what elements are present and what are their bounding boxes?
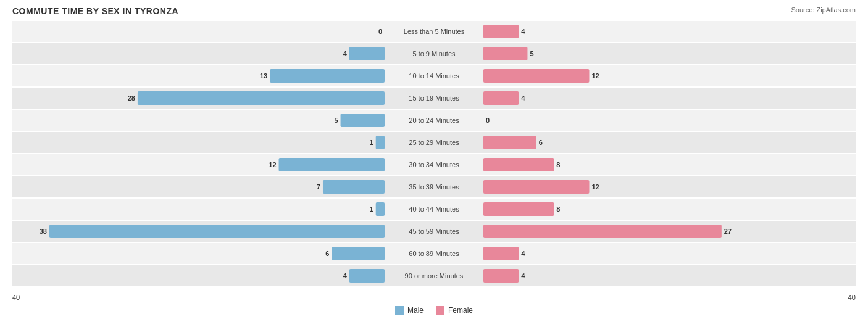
male-value: 7 bbox=[317, 183, 320, 191]
female-value: 8 bbox=[556, 205, 560, 213]
row-label: 15 to 19 Minutes bbox=[409, 94, 459, 102]
svg-rect-32 bbox=[349, 269, 385, 283]
chart-title: COMMUTE TIME BY SEX IN TYRONZA bbox=[12, 6, 856, 16]
svg-rect-24 bbox=[483, 202, 554, 216]
male-value: 5 bbox=[334, 117, 338, 124]
male-value: 12 bbox=[269, 161, 276, 168]
male-value: 28 bbox=[128, 94, 135, 102]
row-label: 45 to 59 Minutes bbox=[409, 228, 459, 235]
svg-rect-17 bbox=[279, 158, 385, 171]
male-value: 4 bbox=[343, 272, 348, 279]
row-label: 25 to 29 Minutes bbox=[409, 139, 459, 146]
svg-rect-29 bbox=[332, 247, 385, 260]
svg-rect-30 bbox=[483, 247, 519, 260]
male-value: 1 bbox=[370, 139, 373, 146]
male-value: 4 bbox=[343, 50, 348, 57]
female-value: 8 bbox=[556, 161, 560, 168]
row-label: 60 to 89 Minutes bbox=[409, 250, 459, 257]
male-value: 38 bbox=[40, 228, 47, 235]
row-label: 5 to 9 Minutes bbox=[412, 50, 456, 57]
female-legend-label: Female bbox=[448, 306, 473, 315]
row-label: 10 to 14 Minutes bbox=[409, 72, 459, 80]
row-label: 30 to 34 Minutes bbox=[409, 161, 459, 168]
svg-rect-7 bbox=[483, 69, 589, 83]
legend: Male Female bbox=[12, 306, 856, 315]
svg-rect-26 bbox=[49, 225, 385, 238]
male-value: 1 bbox=[370, 205, 373, 213]
svg-rect-6 bbox=[270, 69, 385, 83]
row-label: 35 to 39 Minutes bbox=[409, 183, 459, 191]
row-label: Less than 5 Minutes bbox=[404, 28, 465, 35]
female-legend-box bbox=[436, 306, 444, 315]
row-label: 20 to 24 Minutes bbox=[409, 117, 459, 124]
female-value: 6 bbox=[539, 139, 543, 146]
female-value: 12 bbox=[591, 72, 599, 80]
axis-right: 40 bbox=[848, 294, 856, 301]
svg-rect-21 bbox=[483, 180, 589, 194]
svg-rect-3 bbox=[349, 47, 385, 60]
svg-rect-23 bbox=[376, 202, 385, 216]
male-legend-label: Male bbox=[407, 306, 424, 315]
female-value: 12 bbox=[591, 183, 599, 191]
svg-rect-15 bbox=[483, 136, 536, 149]
chart-area: Less than 5 Minutes045 to 9 Minutes4510 … bbox=[12, 21, 856, 292]
female-value: 0 bbox=[486, 117, 490, 124]
legend-male: Male bbox=[395, 306, 424, 315]
svg-rect-12 bbox=[341, 114, 385, 127]
female-value: 4 bbox=[521, 28, 525, 35]
svg-rect-9 bbox=[138, 91, 385, 105]
female-value: 4 bbox=[521, 94, 525, 102]
svg-rect-20 bbox=[323, 180, 385, 194]
svg-rect-10 bbox=[483, 91, 519, 105]
source-text: Source: ZipAtlas.com bbox=[791, 6, 856, 14]
male-value: 6 bbox=[325, 250, 329, 257]
female-value: 5 bbox=[530, 50, 533, 57]
chart-svg: Less than 5 Minutes045 to 9 Minutes4510 … bbox=[12, 21, 856, 290]
female-value: 27 bbox=[724, 228, 732, 235]
row-label: 40 to 44 Minutes bbox=[409, 205, 459, 213]
female-value: 4 bbox=[521, 250, 525, 257]
svg-rect-27 bbox=[483, 225, 722, 238]
svg-rect-18 bbox=[483, 158, 554, 171]
row-label: 90 or more Minutes bbox=[405, 272, 464, 279]
svg-rect-14 bbox=[376, 136, 385, 149]
axis-left: 40 bbox=[12, 294, 20, 301]
svg-rect-33 bbox=[483, 269, 519, 283]
male-value: 13 bbox=[260, 72, 267, 80]
male-legend-box bbox=[395, 306, 404, 315]
male-value: 0 bbox=[378, 28, 382, 35]
svg-rect-1 bbox=[483, 25, 519, 38]
legend-female: Female bbox=[436, 306, 473, 315]
chart-container: COMMUTE TIME BY SEX IN TYRONZA Source: Z… bbox=[0, 0, 868, 322]
axis-labels: 40 40 bbox=[12, 292, 856, 302]
svg-rect-4 bbox=[483, 47, 527, 60]
female-value: 4 bbox=[521, 272, 525, 279]
